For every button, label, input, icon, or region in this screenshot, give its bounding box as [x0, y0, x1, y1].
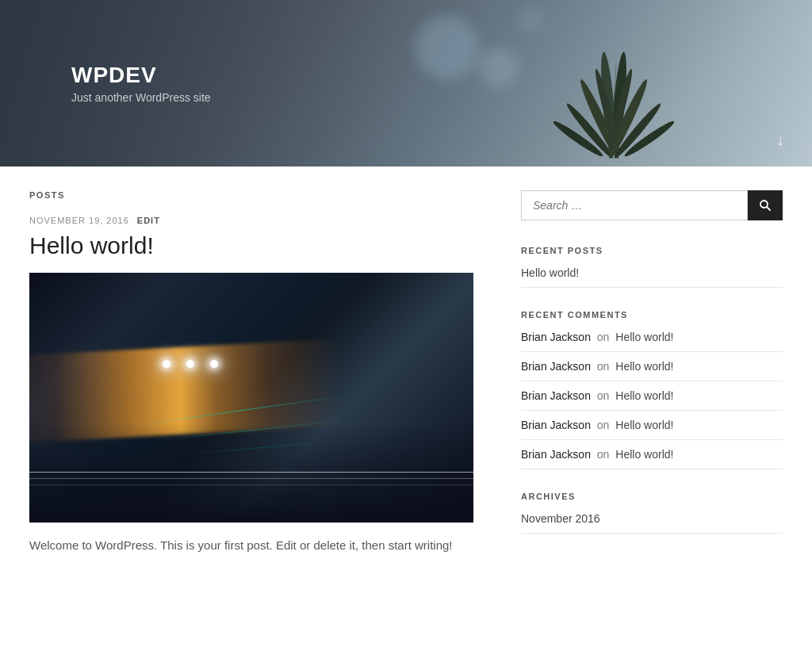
- site-description: Just another WordPress site: [71, 91, 211, 104]
- post-image-wrapper: [29, 273, 473, 523]
- list-item: Brian Jackson on Hello world!: [521, 381, 783, 411]
- post-excerpt: Welcome to WordPress. This is your first…: [29, 535, 473, 556]
- posts-section-label: POSTS: [29, 190, 473, 200]
- comment-post-link[interactable]: Hello world!: [615, 419, 673, 431]
- list-item: Brian Jackson on Hello world!: [521, 352, 783, 381]
- comment-author: Brian Jackson: [521, 360, 591, 373]
- comment-post-link[interactable]: Hello world!: [615, 448, 673, 461]
- scroll-down-icon[interactable]: ↓: [776, 131, 784, 149]
- search-button[interactable]: [748, 190, 783, 220]
- comment-author: Brian Jackson: [521, 331, 591, 343]
- comment-author: Brian Jackson: [521, 389, 591, 402]
- search-icon: [759, 199, 772, 212]
- comment-author: Brian Jackson: [521, 419, 591, 431]
- site-branding: WPDEV Just another WordPress site: [71, 63, 211, 104]
- svg-line-12: [767, 207, 771, 211]
- list-item: Brian Jackson on Hello world!: [521, 411, 783, 440]
- post-meta: NOVEMBER 19, 2016 EDIT: [29, 216, 473, 225]
- comment-post-link[interactable]: Hello world!: [615, 389, 673, 402]
- recent-post-link[interactable]: Hello world!: [521, 266, 579, 279]
- archive-link[interactable]: November 2016: [521, 512, 600, 525]
- header-plant-decoration: [534, 0, 693, 167]
- search-input[interactable]: [521, 190, 748, 220]
- comment-on-text: on: [597, 360, 610, 373]
- site-header: WPDEV Just another WordPress site ↓: [0, 0, 812, 167]
- recent-comments-widget: RECENT COMMENTS Brian Jackson on Hello w…: [521, 310, 783, 469]
- archives-list: November 2016: [521, 512, 783, 534]
- site-content: POSTS NOVEMBER 19, 2016 EDIT Hello world…: [13, 167, 799, 588]
- sidebar: RECENT POSTS Hello world! RECENT COMMENT…: [521, 190, 783, 556]
- list-item: Hello world!: [521, 266, 783, 288]
- post-date: NOVEMBER 19, 2016: [29, 216, 129, 225]
- svg-point-11: [760, 201, 768, 208]
- road-lines-decoration: [29, 423, 473, 523]
- comment-post-link[interactable]: Hello world!: [615, 331, 673, 343]
- recent-posts-title: RECENT POSTS: [521, 246, 783, 255]
- comment-on-text: on: [597, 389, 610, 402]
- post-article: NOVEMBER 19, 2016 EDIT Hello world!: [29, 216, 473, 556]
- light-dot-3: [210, 360, 218, 368]
- search-widget: [521, 190, 783, 220]
- train-lights-decoration: [163, 360, 218, 368]
- list-item: Brian Jackson on Hello world!: [521, 331, 783, 352]
- light-dot-1: [163, 360, 170, 368]
- comment-post-link[interactable]: Hello world!: [615, 360, 673, 373]
- archives-widget: ARCHIVES November 2016: [521, 492, 783, 534]
- comment-author: Brian Jackson: [521, 448, 591, 461]
- site-title: WPDEV: [71, 63, 211, 88]
- post-edit-link[interactable]: EDIT: [137, 216, 160, 225]
- recent-comments-title: RECENT COMMENTS: [521, 310, 783, 320]
- list-item: Brian Jackson on Hello world!: [521, 440, 783, 469]
- recent-comments-list: Brian Jackson on Hello world! Brian Jack…: [521, 331, 783, 469]
- post-featured-image: [29, 273, 473, 523]
- post-title: Hello world!: [29, 232, 473, 260]
- comment-on-text: on: [597, 448, 610, 461]
- archives-title: ARCHIVES: [521, 492, 783, 501]
- list-item: November 2016: [521, 512, 783, 534]
- comment-on-text: on: [597, 331, 610, 343]
- primary-content: POSTS NOVEMBER 19, 2016 EDIT Hello world…: [29, 190, 473, 556]
- comment-on-text: on: [597, 419, 610, 431]
- recent-posts-widget: RECENT POSTS Hello world!: [521, 246, 783, 288]
- light-dot-2: [186, 360, 194, 368]
- recent-posts-list: Hello world!: [521, 266, 783, 288]
